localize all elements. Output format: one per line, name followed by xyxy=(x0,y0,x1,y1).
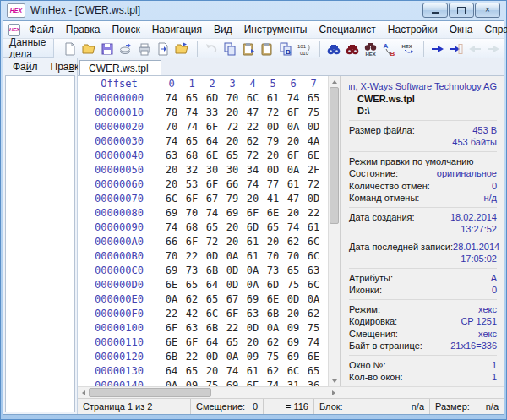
hex-byte-cell[interactable]: 20 xyxy=(263,149,283,163)
hex-byte-cell[interactable]: 22 xyxy=(222,321,243,335)
offset-cell[interactable]: 00000090 xyxy=(78,221,161,235)
offset-cell[interactable]: 00000010 xyxy=(78,106,161,120)
scroll-left-icon[interactable] xyxy=(78,390,89,395)
offset-cell[interactable]: 000000A0 xyxy=(78,235,161,249)
hex-byte-cell[interactable]: 0A xyxy=(222,350,243,364)
document-tab[interactable]: CWER.ws.tpl xyxy=(79,60,161,75)
hex-byte-cell[interactable]: 2F xyxy=(303,163,324,177)
vertical-scroll-track[interactable] xyxy=(329,224,340,375)
hex-byte-cell[interactable]: 31 xyxy=(283,379,303,386)
hex-byte-cell[interactable]: 69 xyxy=(222,206,243,221)
copy-block-icon[interactable]: B xyxy=(277,41,293,57)
hex-byte-cell[interactable]: 74 xyxy=(161,221,182,235)
offset-cell[interactable]: 00000140 xyxy=(78,379,161,386)
hex-byte-cell[interactable]: 6C xyxy=(303,235,324,249)
hex-byte-cell[interactable]: 68 xyxy=(182,149,202,163)
hex-byte-cell[interactable]: 20 xyxy=(222,221,243,235)
hex-byte-cell[interactable]: 6B xyxy=(263,307,283,321)
hex-byte-cell[interactable]: 6E xyxy=(161,335,182,350)
hex-byte-cell[interactable]: 6F xyxy=(283,106,303,120)
hex-byte-cell[interactable]: 6F xyxy=(222,307,243,321)
hex-byte-cell[interactable]: 6F xyxy=(161,321,182,335)
hex-byte-cell[interactable]: 74 xyxy=(263,379,283,386)
hex-byte-cell[interactable]: 32 xyxy=(182,163,202,177)
hex-byte-cell[interactable]: 09 xyxy=(182,379,202,386)
hex-byte-cell[interactable]: 69 xyxy=(222,379,243,386)
hex-byte-cell[interactable]: 0D xyxy=(303,192,324,206)
hex-byte-cell[interactable]: 66 xyxy=(222,177,243,192)
copy-icon[interactable] xyxy=(221,41,237,57)
hex-byte-cell[interactable]: 0D xyxy=(202,350,222,364)
hex-byte-cell[interactable]: 69 xyxy=(283,335,303,350)
hex-byte-cell[interactable]: 65 xyxy=(202,292,222,307)
hex-byte-cell[interactable]: 72 xyxy=(243,149,263,163)
offset-cell[interactable]: 000000D0 xyxy=(78,278,161,292)
hex-byte-cell[interactable]: 34 xyxy=(243,163,263,177)
binary-convert-icon[interactable]: 101010 xyxy=(296,41,312,57)
scroll-down-icon[interactable] xyxy=(329,375,340,386)
hex-byte-cell[interactable]: 6F xyxy=(182,192,202,206)
hex-byte-cell[interactable]: 74 xyxy=(161,134,182,149)
hex-byte-cell[interactable]: 69 xyxy=(161,206,182,221)
hex-byte-cell[interactable]: 72 xyxy=(263,106,283,120)
hex-byte-cell[interactable]: 74 xyxy=(202,206,222,221)
hex-byte-cell[interactable]: 65 xyxy=(303,364,324,379)
offset-cell[interactable]: 00000070 xyxy=(78,192,161,206)
hex-byte-cell[interactable]: 74 xyxy=(303,335,324,350)
close-button[interactable]: × xyxy=(475,3,500,18)
maximize-button[interactable] xyxy=(449,3,474,18)
hex-byte-cell[interactable]: 64 xyxy=(161,364,182,379)
hex-byte-cell[interactable]: 6B xyxy=(202,321,222,335)
hex-byte-cell[interactable]: 6E xyxy=(263,206,283,221)
scroll-up-icon[interactable] xyxy=(329,76,340,87)
hex-byte-cell[interactable]: 0A xyxy=(303,292,324,307)
open-folder-icon[interactable] xyxy=(80,41,96,57)
offset-cell[interactable]: 00000030 xyxy=(78,134,161,149)
hex-byte-cell[interactable]: 6E xyxy=(303,350,324,364)
hex-byte-cell[interactable]: 69 xyxy=(161,264,182,278)
hex-byte-cell[interactable]: 6E xyxy=(243,379,263,386)
hex-byte-cell[interactable]: 65 xyxy=(283,264,303,278)
hex-byte-cell[interactable]: 41 xyxy=(263,192,283,206)
hex-byte-cell[interactable]: 65 xyxy=(182,364,202,379)
hex-byte-cell[interactable]: 6F xyxy=(202,177,222,192)
hex-byte-cell[interactable]: 62 xyxy=(243,134,263,149)
case-data-panel[interactable] xyxy=(5,75,75,412)
hex-byte-cell[interactable]: 61 xyxy=(303,221,324,235)
hex-byte-cell[interactable]: 22 xyxy=(303,206,324,221)
hex-byte-cell[interactable]: 75 xyxy=(303,106,324,120)
hex-byte-cell[interactable]: 20 xyxy=(222,106,243,120)
scroll-right-icon[interactable] xyxy=(328,390,339,395)
open-disk-icon[interactable] xyxy=(117,41,134,57)
hex-byte-cell[interactable]: 20 xyxy=(222,235,243,249)
hex-byte-cell[interactable]: 6E xyxy=(303,149,324,163)
hex-byte-cell[interactable]: 65 xyxy=(222,149,243,163)
hex-byte-cell[interactable]: 65 xyxy=(222,335,243,350)
hex-byte-cell[interactable]: 70 xyxy=(283,249,303,264)
hex-byte-cell[interactable]: 22 xyxy=(182,249,202,264)
hex-byte-cell[interactable]: 79 xyxy=(263,134,283,149)
offset-cell[interactable]: 00000050 xyxy=(78,163,161,177)
hex-byte-cell[interactable]: 65 xyxy=(182,91,202,106)
goto-offset-icon[interactable] xyxy=(429,41,445,57)
hex-byte-cell[interactable]: 70 xyxy=(263,249,283,264)
offset-cell[interactable]: 000000C0 xyxy=(78,264,161,278)
hex-byte-cell[interactable]: 20 xyxy=(283,206,303,221)
hex-byte-cell[interactable]: 6F xyxy=(182,235,202,249)
hex-byte-cell[interactable]: 20 xyxy=(263,235,283,249)
hex-byte-cell[interactable]: 70 xyxy=(161,249,182,264)
hex-byte-cell[interactable]: 22 xyxy=(243,120,263,134)
hex-byte-cell[interactable]: 63 xyxy=(303,264,324,278)
hex-byte-cell[interactable]: 0D xyxy=(202,249,222,264)
minimize-button[interactable] xyxy=(422,3,448,18)
hex-byte-cell[interactable]: 4A xyxy=(303,134,324,149)
hex-byte-cell[interactable]: 0A xyxy=(243,264,263,278)
offset-cell[interactable]: 00000000 xyxy=(78,91,161,106)
hex-byte-cell[interactable]: 0A xyxy=(161,379,182,386)
hex-byte-cell[interactable]: 61 xyxy=(283,177,303,192)
open-folder-network-icon[interactable] xyxy=(173,41,189,57)
hex-byte-cell[interactable]: 74 xyxy=(161,91,182,106)
hex-byte-cell[interactable]: 53 xyxy=(182,177,202,192)
hex-byte-cell[interactable]: 0A xyxy=(263,321,283,335)
offset-cell[interactable]: 00000110 xyxy=(78,335,161,350)
